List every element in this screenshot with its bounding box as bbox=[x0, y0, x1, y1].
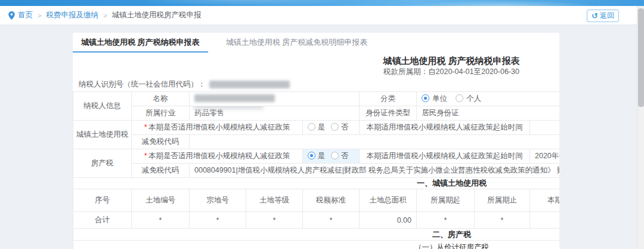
total-row: 合计 * * * * 0.00 * * bbox=[73, 212, 560, 229]
radio-unit-label: 单位 bbox=[432, 94, 447, 103]
taxpayer-id-label: 纳税人识别号（统一社会信用代码）： bbox=[79, 79, 206, 90]
radio-land-yes-label: 是 bbox=[318, 123, 326, 131]
question-text: 本期是否适用增值税小规模纳税人减征政策 bbox=[148, 152, 290, 160]
land-policy-radio-group: 是否 bbox=[303, 121, 360, 135]
property-start-time-value: 2020年04 bbox=[530, 149, 560, 164]
breadcrumb-home[interactable]: 首页 bbox=[18, 10, 33, 20]
radio-property-yes-label: 是 bbox=[318, 152, 326, 160]
col-header: 所属期起 bbox=[417, 189, 475, 212]
taxpayer-info-section-label: 纳税人信息 bbox=[73, 92, 132, 121]
back-arrow-icon: ↺ bbox=[592, 12, 598, 20]
radio-individual-label: 个人 bbox=[466, 94, 481, 103]
redacted-taxpayer-id bbox=[209, 81, 290, 88]
scrollbar-thumb[interactable] bbox=[638, 8, 644, 107]
industry-label: 所属行业 bbox=[132, 106, 190, 121]
breadcrumb: 首页 > 税费申报及缴纳 > 城镇土地使用税房产税申报 ↺ 返回 bbox=[0, 6, 637, 25]
property-table-subsection: （一）从价计征房产税 bbox=[73, 241, 560, 249]
property-code-label: 减免税代码 bbox=[132, 164, 190, 178]
total-label: 合计 bbox=[73, 212, 132, 229]
form-title: 城镇土地使用税 房产税纳税申报表 bbox=[73, 56, 559, 66]
col-header: 本期应 bbox=[530, 189, 560, 212]
col-header: 土地编号 bbox=[132, 189, 190, 212]
page-scrollbar[interactable] bbox=[637, 6, 644, 249]
industry-value-cell: 药品零售 bbox=[190, 106, 360, 121]
breadcrumb-current-page: 城镇土地使用税房产税申报 bbox=[112, 10, 201, 20]
tax-period: 税款所属期：自2020-04-01至2020-06-30 bbox=[73, 67, 559, 76]
breadcrumb-separator: > bbox=[38, 12, 41, 19]
radio-land-no-label: 否 bbox=[341, 123, 349, 131]
section-title-row: 一、城镇土地使用税 bbox=[73, 178, 560, 189]
table-row: 减免税代码 bbox=[73, 135, 560, 149]
section-title-row: 二、房产税 bbox=[73, 229, 560, 241]
table-row: 纳税人信息 名称 分类 单位个人 bbox=[73, 92, 560, 106]
land-policy-question: *本期是否适用增值税小规模纳税人减征政策 bbox=[132, 121, 303, 135]
page: { "breadcrumb": { "pin_icon": "location-… bbox=[0, 0, 644, 249]
property-policy-question: *本期是否适用增值税小规模纳税人减征政策 bbox=[132, 149, 303, 164]
category-label: 分类 bbox=[360, 92, 417, 106]
industry-value: 药品零售 bbox=[194, 109, 224, 117]
back-button-label: 返回 bbox=[600, 11, 614, 21]
radio-property-no[interactable] bbox=[331, 152, 339, 159]
property-table-title: 二、房产税 bbox=[73, 229, 560, 241]
land-code-label: 减免税代码 bbox=[132, 135, 190, 149]
col-header: 宗地号 bbox=[190, 189, 246, 212]
form-area: 城镇土地使用税 房产税纳税申报表 税款所属期：自2020-04-01至2020-… bbox=[73, 56, 559, 249]
col-header: 土地总面积 bbox=[360, 189, 417, 212]
radio-property-yes[interactable] bbox=[308, 152, 315, 159]
radio-property-no-label: 否 bbox=[341, 152, 349, 160]
breadcrumb-separator: > bbox=[103, 12, 107, 19]
col-header: 土地等级 bbox=[246, 189, 303, 212]
location-pin-icon bbox=[8, 11, 15, 20]
total-cell: * bbox=[303, 212, 360, 229]
redacted-smudge bbox=[193, 106, 264, 110]
back-button[interactable]: ↺ 返回 bbox=[587, 10, 619, 22]
property-policy-radio-group: 是否 bbox=[303, 149, 360, 164]
total-cell: * bbox=[132, 212, 190, 229]
land-start-time-value bbox=[530, 121, 560, 135]
top-banner bbox=[0, 0, 644, 6]
name-label: 名称 bbox=[132, 92, 190, 106]
main-card: 城镇土地使用税 房产税纳税申报表 城镇土地使用税 房产税减免税明细申报表 城镇土… bbox=[73, 33, 559, 249]
tab-bar: 城镇土地使用税 房产税纳税申报表 城镇土地使用税 房产税减免税明细申报表 bbox=[73, 33, 559, 53]
total-cell bbox=[530, 212, 560, 229]
taxpayer-id-row: 纳税人识别号（统一社会信用代码）： bbox=[79, 79, 559, 89]
radio-land-no[interactable] bbox=[331, 123, 339, 131]
land-start-time-label: 本期适用增值税小规模纳税人减征政策起始时间 bbox=[360, 121, 530, 135]
required-asterisk: * bbox=[144, 152, 147, 160]
table-row: 房产税 *本期是否适用增值税小规模纳税人减征政策 是否 本期适用增值税小规模纳税… bbox=[73, 149, 560, 164]
declaration-table: 纳税人信息 名称 分类 单位个人 所属行业 药品零售 身份证件类型 居民身份证 bbox=[73, 91, 559, 249]
table-header-row: 序号 土地编号 宗地号 土地等级 税额标准 土地总面积 所属期起 所属期止 本期… bbox=[73, 189, 560, 212]
redacted-name-cell bbox=[190, 92, 360, 106]
property-start-time-label: 本期适用增值税小规模纳税人减征政策起始时间 bbox=[360, 149, 530, 164]
radio-unit[interactable] bbox=[422, 94, 429, 102]
land-table-title: 一、城镇土地使用税 bbox=[73, 178, 560, 189]
redacted-taxpayer-name bbox=[194, 94, 275, 102]
table-row: 城镇土地使用税 *本期是否适用增值税小规模纳税人减征政策 是否 本期适用增值税小… bbox=[73, 121, 560, 135]
radio-land-yes[interactable] bbox=[308, 123, 315, 131]
property-tax-section-label: 房产税 bbox=[73, 149, 132, 178]
land-tax-section-label: 城镇土地使用税 bbox=[73, 121, 132, 149]
col-header: 所属期止 bbox=[475, 189, 530, 212]
total-cell: * bbox=[417, 212, 475, 229]
subsection-title-row: （一）从价计征房产税 bbox=[73, 241, 560, 249]
radio-individual[interactable] bbox=[456, 94, 463, 102]
land-code-value bbox=[190, 135, 560, 149]
table-row: 所属行业 药品零售 身份证件类型 居民身份证 bbox=[73, 106, 560, 121]
property-code-value: 0008049901|增值税小规模纳税人房产税减征|财政部 税务总局关于实施小微… bbox=[190, 164, 560, 178]
total-cell: * bbox=[190, 212, 246, 229]
col-header: 税额标准 bbox=[303, 189, 360, 212]
tab-main-declaration[interactable]: 城镇土地使用税 房产税纳税申报表 bbox=[73, 33, 208, 53]
breadcrumb-tax-declaration[interactable]: 税费申报及缴纳 bbox=[46, 10, 98, 20]
table-row: 减免税代码 0008049901|增值税小规模纳税人房产税减征|财政部 税务总局… bbox=[73, 164, 560, 178]
tab-reduction-detail[interactable]: 城镇土地使用税 房产税减免税明细申报表 bbox=[218, 33, 376, 53]
total-area-value: 0.00 bbox=[360, 212, 417, 229]
tab-label: 城镇土地使用税 房产税减免税明细申报表 bbox=[226, 37, 368, 48]
category-radio-group: 单位个人 bbox=[417, 92, 560, 106]
id-type-value: 居民身份证 bbox=[417, 106, 560, 121]
col-header: 序号 bbox=[73, 189, 132, 212]
question-text: 本期是否适用增值税小规模纳税人减征政策 bbox=[148, 123, 290, 131]
total-cell: * bbox=[475, 212, 530, 229]
tab-label: 城镇土地使用税 房产税纳税申报表 bbox=[81, 37, 200, 48]
total-cell: * bbox=[246, 212, 303, 229]
required-asterisk: * bbox=[144, 123, 147, 131]
